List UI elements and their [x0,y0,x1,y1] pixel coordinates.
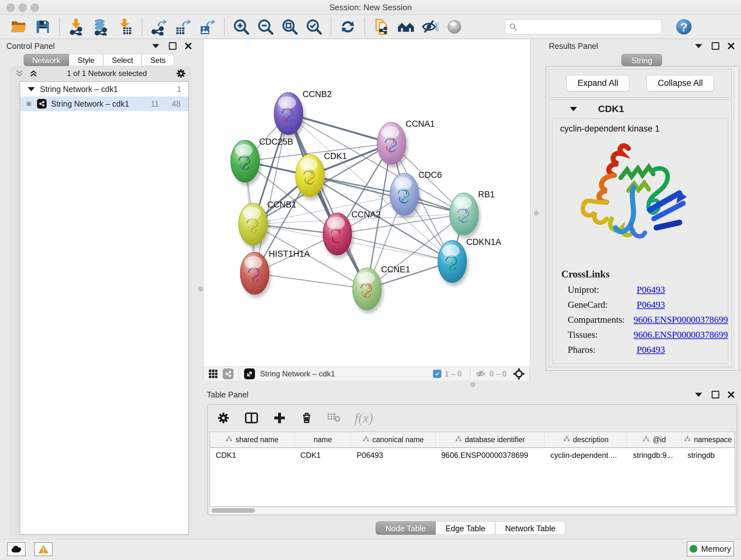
delete-column-icon[interactable] [300,412,313,424]
hide-selected-icon[interactable] [421,18,439,36]
tab-sets[interactable]: Sets [142,54,174,66]
zoom-fit-icon[interactable] [281,18,298,36]
node-CDKN1A[interactable]: CDKN1A [438,237,501,286]
network-share-icon[interactable] [223,368,233,379]
node-CCNB1[interactable]: CCNB1 [239,200,296,249]
export-image-icon[interactable] [199,18,216,36]
expand-all-icon[interactable] [29,69,38,78]
help-icon[interactable]: ? [675,18,692,36]
crosslink-link[interactable]: P06493 [636,300,665,310]
network-row-selected[interactable]: String Network – cdk1 11 48 [20,97,188,111]
panel-float-icon[interactable] [169,42,177,50]
table-cell[interactable]: cyclin-dependent ... [545,448,627,462]
import-table-file-icon[interactable] [117,18,134,36]
results-scrollbar[interactable] [734,66,739,370]
crosslink-link[interactable]: P06493 [636,345,665,355]
column-header-namespace[interactable]: namespace [682,432,734,448]
collapse-all-icon[interactable] [15,69,24,78]
panel-menu-icon[interactable] [695,44,702,48]
table-cell[interactable]: P06493 [351,448,435,462]
panel-close-icon[interactable] [185,43,192,50]
node-CDC25B[interactable]: CDC25B [231,137,293,186]
memory-button[interactable]: Memory [687,541,734,557]
column-header-description[interactable]: description [545,432,627,448]
expand-all-button[interactable]: Expand All [566,75,630,91]
collection-expand-caret[interactable] [28,87,35,91]
import-network-file-icon[interactable] [68,18,85,36]
string-network-graph[interactable]: CCNB2CCNA1CDC25BCDK1CDC6RB1CCNB1CCNA2CDK… [204,39,530,367]
scrollbar-thumb[interactable] [212,508,255,513]
zoom-in-icon[interactable] [232,18,250,36]
warnings-button[interactable] [34,542,53,556]
protein-collapse-caret[interactable] [570,107,577,111]
show-all-icon[interactable] [446,18,463,36]
tab-network[interactable]: Network [23,54,69,66]
clone-network-icon[interactable] [373,18,390,36]
hidden-items-eye-icon[interactable] [475,368,486,379]
table-cell[interactable]: stringdb:9... [627,448,682,462]
table-horizontal-scrollbar[interactable] [210,507,735,514]
table-cell[interactable]: stringdb [682,448,734,462]
tab-edge-table[interactable]: Edge Table [435,521,495,535]
column-header-database-identifier[interactable]: database identifier [435,432,545,448]
node-CDC6[interactable]: CDC6 [390,170,442,219]
node-RB1[interactable]: RB1 [450,190,495,239]
search-box[interactable] [505,19,662,34]
panel-float-icon[interactable] [712,391,719,398]
zoom-selected-icon[interactable] [306,18,323,36]
column-header-name[interactable]: name [294,432,351,448]
tab-select[interactable]: Select [103,54,142,66]
network-options-gear-icon[interactable] [176,68,186,79]
network-collection-row[interactable]: String Network – cdk1 1 [20,82,188,97]
left-splitter-handle[interactable] [198,287,203,292]
column-header-canonical-name[interactable]: canonical name [351,432,435,448]
column-header--id[interactable]: @id [627,432,682,448]
first-neighbors-icon[interactable] [397,18,414,36]
network-canvas[interactable]: CCNB2CCNA1CDC25BCDK1CDC6RB1CCNB1CCNA2CDK… [203,39,530,367]
panel-float-icon[interactable] [712,42,719,50]
collapse-all-button[interactable]: Collapse All [647,75,714,91]
zoom-out-icon[interactable] [257,18,274,36]
import-network-database-icon[interactable] [92,18,110,36]
node-CCNB2[interactable]: CCNB2 [274,89,332,138]
node-CCNA1[interactable]: CCNA1 [377,119,435,168]
tab-style[interactable]: Style [69,54,103,66]
table-options-gear-icon[interactable] [217,411,230,425]
export-table-icon[interactable] [175,18,192,36]
node-CCNE1[interactable]: CCNE1 [353,265,410,314]
node-HIST1H1A[interactable]: HIST1H1A [240,249,310,298]
tab-node-table[interactable]: Node Table [376,521,435,535]
add-column-icon[interactable] [273,411,286,425]
update-network-icon[interactable] [339,18,356,36]
panel-close-icon[interactable] [728,391,735,398]
table-cell[interactable]: CDK1 [294,448,351,462]
crosslink-link[interactable]: 9606.ENSP00000378699 [633,329,728,340]
edge-CCNB2-CCNE1[interactable] [288,114,367,289]
panel-menu-icon[interactable] [152,44,159,48]
save-session-icon[interactable] [34,18,51,36]
panel-menu-icon[interactable] [695,393,702,397]
open-session-icon[interactable] [10,18,27,36]
protein-result-header[interactable]: CDK1 [549,100,731,118]
table-cell[interactable]: 9606.ENSP00000378699 [435,448,545,462]
node-table[interactable]: shared namenamecanonical namedatabase id… [210,432,735,507]
detach-view-icon[interactable] [244,368,255,379]
edge-HIST1H1A-CCNE1[interactable] [255,273,367,289]
tab-string-results[interactable]: String [621,54,662,66]
bottom-splitter-handle[interactable] [470,382,475,387]
export-network-icon[interactable] [150,18,167,36]
right-splitter-handle[interactable] [534,211,539,215]
cloud-status-button[interactable] [7,542,25,556]
show-columns-icon[interactable] [244,411,259,425]
column-header-shared-name[interactable]: shared name [210,432,294,448]
table-cell[interactable]: CDK1 [210,448,294,462]
table-row[interactable]: CDK1CDK1P064939606.ENSP00000378699cyclin… [210,448,735,462]
search-input[interactable] [517,22,662,32]
tab-network-table[interactable]: Network Table [495,521,565,535]
node-CCNA2[interactable]: CCNA2 [323,210,381,259]
fit-selection-crosshair-icon[interactable] [513,368,525,380]
selected-checkbox-icon[interactable] [433,370,441,378]
grid-view-icon[interactable] [208,369,218,379]
crosslink-link[interactable]: P06493 [636,285,665,295]
panel-close-icon[interactable] [728,43,735,50]
